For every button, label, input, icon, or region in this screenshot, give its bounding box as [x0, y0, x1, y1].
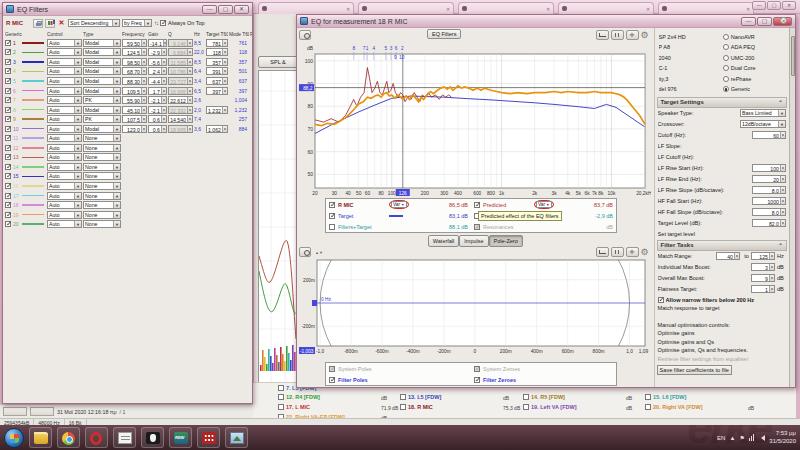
filter-type-select[interactable]: Modal▼: [83, 48, 121, 56]
collapse-icon[interactable]: ⌃: [778, 242, 783, 249]
filter-control-select[interactable]: Auto▼: [47, 96, 82, 104]
frequency-spinner[interactable]: 59,50: [122, 39, 147, 47]
browser-tab[interactable]: ✕: [558, 2, 654, 14]
browser-maximize-button[interactable]: ▢: [767, 1, 781, 10]
tab-impulse[interactable]: Impulse: [459, 235, 488, 247]
frequency-spinner[interactable]: 45,10: [122, 106, 147, 114]
filter-control-select[interactable]: Auto▼: [47, 125, 82, 133]
filter-control-select[interactable]: Auto▼: [47, 67, 82, 75]
graph-limits-icon[interactable]: [596, 247, 609, 257]
graph-settings-gear-icon[interactable]: ⚙: [641, 247, 652, 257]
graph-limits-icon[interactable]: [596, 30, 609, 40]
filter-zeroes-checkbox[interactable]: [474, 377, 480, 383]
minimize-button[interactable]: —: [202, 5, 217, 14]
gain-spinner[interactable]: 0,6: [148, 125, 167, 133]
filter-control-select[interactable]: Auto▼: [47, 172, 82, 180]
eq-filters-titlebar[interactable]: EQ Filters — ▢ ✕: [3, 3, 252, 16]
q-spinner[interactable]: 14,540: [168, 115, 193, 123]
optimise-link[interactable]: Optimise gains, Qs and frequencies.: [657, 347, 787, 356]
filter-control-select[interactable]: Auto▼: [47, 48, 82, 56]
frequency-spinner[interactable]: 107,5: [122, 115, 147, 123]
setting-spinner[interactable]: 9: [751, 274, 775, 282]
filter-control-select[interactable]: Auto▼: [47, 77, 82, 85]
target-t60-spinner[interactable]: 391: [206, 67, 228, 75]
frequency-spinner[interactable]: 123,0: [122, 125, 147, 133]
setting-spinner[interactable]: 1000: [752, 197, 786, 205]
target-t60-spinner[interactable]: 397: [206, 87, 228, 95]
pole-zero-chart[interactable]: -1,0-800m-600m-400m-200m0200m400m600m800…: [299, 257, 651, 361]
filter-control-select[interactable]: Auto▼: [47, 39, 82, 47]
equaliser-option-umc-200[interactable]: UMC-200: [723, 53, 787, 62]
filter-enabled-checkbox[interactable]: [5, 40, 11, 46]
filter-enabled-checkbox[interactable]: [5, 78, 11, 84]
setting-spinner[interactable]: 82,0: [752, 219, 786, 227]
filter-enabled-checkbox[interactable]: [5, 107, 11, 113]
tab-close-icon[interactable]: ✕: [446, 7, 450, 11]
scrollbar-thumb[interactable]: [791, 36, 795, 76]
filter-enabled-checkbox[interactable]: [5, 68, 11, 74]
chrome-icon[interactable]: [57, 427, 80, 448]
filter-enabled-checkbox[interactable]: [5, 173, 11, 179]
filter-control-select[interactable]: Auto▼: [47, 182, 82, 190]
target-t60-spinner[interactable]: 118: [206, 48, 228, 56]
opera-icon[interactable]: [85, 427, 108, 448]
network-icon[interactable]: [749, 434, 755, 441]
print-icon[interactable]: [33, 19, 43, 28]
target-t60-spinner[interactable]: 637: [206, 77, 228, 85]
tab-close-icon[interactable]: ✕: [646, 7, 650, 11]
filter-poles-checkbox[interactable]: [329, 377, 335, 383]
predicted-trace-checkbox[interactable]: [474, 202, 480, 208]
filter-enabled-checkbox[interactable]: [5, 212, 11, 218]
setting-spinner[interactable]: 8,0: [752, 208, 786, 216]
equaliser-option-fragment[interactable]: SP 2x4 HD: [659, 32, 723, 41]
mixer-icon[interactable]: [197, 427, 220, 448]
filter-enabled-checkbox[interactable]: [5, 126, 11, 132]
target-t60-spinner[interactable]: 1,062: [206, 125, 228, 133]
filter-type-select[interactable]: None▼: [83, 182, 121, 190]
equaliser-option-nanoavr[interactable]: NanoAVR: [723, 32, 787, 41]
filter-control-select[interactable]: Auto▼: [47, 153, 82, 161]
setting-spinner[interactable]: 3: [751, 263, 775, 271]
browser-minimize-button[interactable]: —: [752, 1, 766, 10]
filter-control-select[interactable]: Auto▼: [47, 134, 82, 142]
rew-main-spl-graph-fragment[interactable]: [258, 70, 296, 388]
filter-enabled-checkbox[interactable]: [5, 49, 11, 55]
filter-control-select[interactable]: Auto▼: [47, 144, 82, 152]
setting-spinner[interactable]: 1: [751, 285, 775, 293]
tray-expand-icon[interactable]: ▲: [729, 435, 735, 441]
tab-close-icon[interactable]: ✕: [346, 7, 350, 11]
measurement-item[interactable]: 14. R5 [FDW]: [523, 394, 565, 400]
filter-control-select[interactable]: Auto▼: [47, 192, 82, 200]
measurement-item[interactable]: 19. Left VA [FDW]: [523, 404, 577, 410]
equaliser-option-fragment[interactable]: 2040: [659, 53, 723, 62]
filter-type-select[interactable]: Modal▼: [83, 125, 121, 133]
sort-direction-icon[interactable]: ↑↓: [154, 20, 158, 26]
measurement-checkbox[interactable]: [523, 394, 529, 400]
setting-select[interactable]: 12dB/octave▼: [740, 120, 786, 128]
measurement-thumbnail[interactable]: [30, 407, 54, 416]
measurement-item[interactable]: 18. R MIC: [400, 404, 433, 410]
system-zeroes-checkbox[interactable]: [474, 366, 480, 372]
measurement-item[interactable]: 12. R4 [FDW]: [278, 394, 320, 400]
capture-graph-icon[interactable]: [299, 30, 311, 40]
close-button[interactable]: ✕: [234, 5, 249, 14]
filter-control-select[interactable]: Auto▼: [47, 58, 82, 66]
filter-enabled-checkbox[interactable]: [5, 164, 11, 170]
gain-spinner[interactable]: -5,6: [148, 58, 167, 66]
frequency-axis-icon[interactable]: [611, 30, 624, 40]
sidebar-scrollbar[interactable]: [789, 28, 795, 387]
filter-type-select[interactable]: Modal▼: [83, 77, 121, 85]
system-poles-checkbox[interactable]: [329, 366, 335, 372]
setting-spinner[interactable]: 100: [752, 164, 786, 172]
filter-enabled-checkbox[interactable]: [5, 88, 11, 94]
target-trace-checkbox[interactable]: [329, 213, 335, 219]
chart-icon[interactable]: [45, 19, 55, 28]
filter-enabled-checkbox[interactable]: [5, 202, 11, 208]
action-center-flag-icon[interactable]: ⚑: [739, 434, 744, 441]
rew-icon[interactable]: [169, 427, 192, 448]
measurement-checkbox[interactable]: [278, 385, 284, 391]
browser-tab[interactable]: ✕: [658, 2, 754, 14]
frequency-spinner[interactable]: 124,5: [122, 48, 147, 56]
match-range-from-spinner[interactable]: 40: [716, 252, 740, 260]
filter-control-select[interactable]: Auto▼: [47, 211, 82, 219]
